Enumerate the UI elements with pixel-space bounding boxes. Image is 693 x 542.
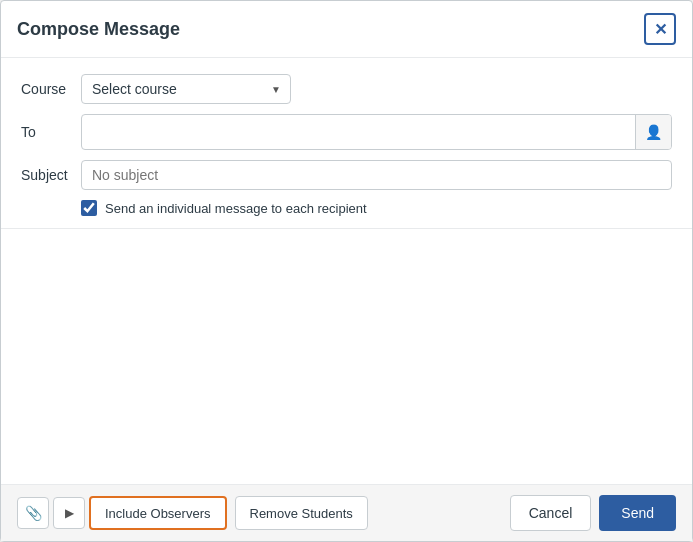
dialog-header: Compose Message ✕ [1,1,692,58]
footer: 📎 ▶ Include Observers Remove Students Ca… [1,484,692,541]
remove-students-button[interactable]: Remove Students [235,496,368,530]
individual-message-checkbox[interactable] [81,200,97,216]
individual-message-label: Send an individual message to each recip… [105,201,367,216]
course-select-wrapper: Select course [81,74,291,104]
subject-input[interactable] [81,160,672,190]
course-label: Course [21,81,81,97]
cancel-button[interactable]: Cancel [510,495,592,531]
footer-left: 📎 ▶ Include Observers Remove Students [17,496,510,530]
course-row: Course Select course [21,74,672,104]
to-row: To 👤 [21,114,672,150]
subject-label: Subject [21,167,81,183]
close-button[interactable]: ✕ [644,13,676,45]
to-input-wrapper: 👤 [81,114,672,150]
to-input[interactable] [82,118,635,146]
footer-right: Cancel Send [510,495,676,531]
compose-message-dialog: Compose Message ✕ Course Select course T… [0,0,693,542]
attach-button[interactable]: 📎 [17,497,49,529]
individual-message-row: Send an individual message to each recip… [81,200,672,216]
close-icon: ✕ [654,20,667,39]
form-area: Course Select course To 👤 Subject [1,58,692,229]
to-label: To [21,124,81,140]
course-select[interactable]: Select course [81,74,291,104]
message-body[interactable] [1,229,692,484]
dialog-title: Compose Message [17,19,180,40]
include-observers-button[interactable]: Include Observers [89,496,227,530]
address-book-icon: 👤 [645,124,662,140]
subject-row: Subject [21,160,672,190]
send-button[interactable]: Send [599,495,676,531]
address-book-button[interactable]: 👤 [635,115,671,149]
attach-icon: 📎 [25,505,42,521]
media-button[interactable]: ▶ [53,497,85,529]
media-icon: ▶ [65,506,74,520]
